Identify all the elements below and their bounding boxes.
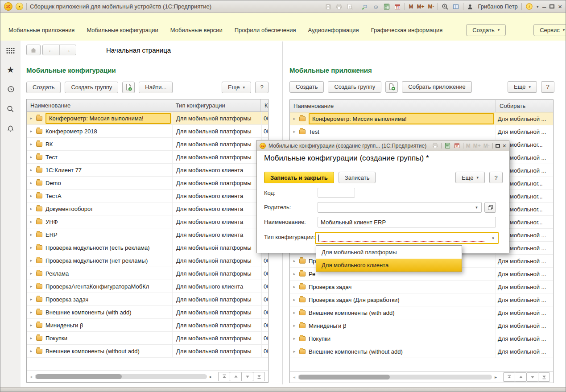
expand-arrow-icon[interactable]: ▸	[29, 116, 34, 120]
scroll-left-icon[interactable]: ◂	[293, 375, 295, 380]
maximize-button[interactable]	[496, 144, 500, 148]
go-up-button[interactable]	[230, 372, 242, 381]
table-row[interactable]: ▸Demo Для мобильной платформы 00	[27, 177, 268, 190]
sections-grid-icon[interactable]	[0, 45, 21, 57]
go-first-button[interactable]	[218, 372, 230, 381]
scrollbar-thumb[interactable]	[36, 374, 122, 379]
table-row[interactable]: ▸Проверка модульности (есть реклама) Для…	[27, 241, 268, 254]
more-button[interactable]: Еще▾	[455, 172, 485, 183]
expand-arrow-icon[interactable]: ▸	[29, 271, 34, 276]
expand-arrow-icon[interactable]: ▸	[292, 116, 297, 121]
table-row[interactable]: ▸Покупки Для мобильной ...	[290, 332, 553, 345]
minimize-button[interactable]: –	[542, 3, 546, 10]
column-header-name[interactable]: Наименование	[290, 100, 496, 112]
expand-arrow-icon[interactable]: ▸	[292, 336, 297, 341]
table-row[interactable]: ▸Конферометр 2018 Для мобильной платформ…	[27, 125, 268, 138]
more-button[interactable]: Еще▾	[222, 82, 251, 93]
calendar-icon[interactable]: 31	[454, 142, 460, 149]
more-button[interactable]: Еще▾	[508, 81, 537, 93]
zoom-icon[interactable]	[442, 3, 449, 10]
table-row[interactable]: ▸Конферометр: Миссия выполнима! Для моби…	[27, 112, 268, 125]
close-button[interactable]: ×	[558, 3, 562, 10]
go-down-button[interactable]	[526, 372, 538, 382]
table-row[interactable]: ▸Документооборот Для мобильного клиента …	[27, 202, 268, 215]
scrollbar-thumb[interactable]	[299, 375, 390, 380]
expand-arrow-icon[interactable]: ▸	[29, 232, 34, 237]
horizontal-scrollbar[interactable]	[35, 374, 207, 379]
menu-mobile-configurations[interactable]: Мобильные конфигурации	[87, 27, 158, 33]
table-row[interactable]: ▸Проверка модульности (нет рекламы) Для …	[27, 254, 268, 267]
table-row[interactable]: ▸Test Для мобильной ...	[290, 125, 553, 138]
create-group-button[interactable]: Создать группу	[328, 81, 381, 93]
expand-arrow-icon[interactable]: ▸	[29, 142, 34, 146]
parent-choose-button[interactable]	[484, 202, 496, 213]
expand-arrow-icon[interactable]: ▸	[29, 349, 34, 353]
table-row[interactable]: ▸Внешние компоненты (with add) Для мобил…	[290, 306, 553, 319]
menu-audio-information[interactable]: Аудиоинформация	[308, 27, 359, 33]
go-last-button[interactable]	[538, 372, 550, 382]
memory-button[interactable]: M	[409, 4, 413, 10]
print-icon[interactable]	[335, 3, 343, 10]
expand-arrow-icon[interactable]: ▸	[292, 272, 297, 276]
create-menu-button[interactable]: Создать▾	[466, 24, 506, 36]
expand-arrow-icon[interactable]: ▸	[29, 219, 34, 224]
save-icon[interactable]	[325, 3, 332, 10]
history-icon[interactable]	[0, 83, 21, 95]
expand-arrow-icon[interactable]: ▸	[292, 349, 297, 354]
table-row[interactable]: ▸Внешние компоненты (without add) Для мо…	[27, 345, 268, 358]
table-row[interactable]: ▸Покупки Для мобильной платформы 00	[27, 332, 268, 345]
table-row[interactable]: ▸1С:Клиент 77 Для мобильного клиента 00	[27, 164, 268, 177]
dropdown-option-client[interactable]: Для мобильного клиента	[316, 259, 462, 272]
help-button[interactable]: ?	[541, 81, 554, 93]
table-row[interactable]: ▸Тест Для мобильной платформы 00	[27, 151, 268, 164]
menu-mobile-versions[interactable]: Мобильные версии	[170, 27, 223, 33]
table-row[interactable]: ▸Проверка задач (Для разработки) Для моб…	[290, 293, 553, 306]
home-button[interactable]	[26, 45, 41, 55]
column-header-build[interactable]: Собирать	[496, 100, 553, 112]
parent-input[interactable]: ▾	[318, 202, 482, 213]
horizontal-scrollbar[interactable]	[298, 375, 492, 380]
dropdown-option-platform[interactable]: Для мобильной платформы	[316, 246, 462, 259]
table-row[interactable]: ▸Реклама Для мобильной платформы 00	[27, 267, 268, 280]
expand-arrow-icon[interactable]: ▸	[29, 336, 34, 340]
go-up-button[interactable]	[515, 372, 527, 382]
expand-arrow-icon[interactable]: ▸	[292, 323, 297, 328]
notifications-bell-icon[interactable]	[0, 123, 21, 134]
copy-item-button[interactable]	[122, 82, 135, 93]
back-button[interactable]: ←	[43, 45, 59, 55]
info-icon[interactable]: i	[525, 3, 533, 10]
memory-plus-button[interactable]: M+	[417, 4, 424, 10]
expand-arrow-icon[interactable]: ▸	[29, 181, 34, 185]
service-menu-button[interactable]: Сервис▾	[533, 24, 566, 36]
table-row[interactable]: ▸Миниденьги β Для мобильной платформы 00	[27, 319, 268, 332]
split-view-icon[interactable]	[452, 3, 459, 10]
expand-arrow-icon[interactable]: ▸	[292, 259, 297, 263]
calculator-icon[interactable]	[383, 3, 390, 10]
print-preview-icon[interactable]	[346, 3, 353, 10]
expand-arrow-icon[interactable]: ▸	[29, 310, 34, 314]
create-button[interactable]: Создать	[289, 81, 324, 93]
table-row[interactable]: ▸Проверка задач Для мобильной ...	[290, 281, 553, 293]
configuration-type-input[interactable]: ▾	[315, 232, 499, 244]
table-row[interactable]: ▸УНФ Для мобильного клиента 00	[27, 215, 268, 228]
create-button[interactable]: Создать	[26, 82, 61, 93]
code-input[interactable]	[318, 188, 355, 198]
column-header-name[interactable]: Наименование	[27, 99, 172, 111]
expand-arrow-icon[interactable]: ▸	[29, 129, 34, 133]
create-group-button[interactable]: Создать группу	[65, 82, 118, 93]
maximize-button[interactable]	[549, 4, 554, 8]
table-row[interactable]: ▸Конферометр: Миссия выполнима! Для моби…	[290, 112, 553, 125]
table-row[interactable]: ▸ПроверкаАгентаКонфигуратораМобКл Для мо…	[27, 280, 268, 293]
expand-arrow-icon[interactable]: ▸	[292, 129, 297, 134]
table-row[interactable]: ▸Миниденьги β Для мобильной ...	[290, 319, 553, 332]
scroll-right-icon[interactable]: ▸	[495, 375, 497, 380]
expand-arrow-icon[interactable]: ▸	[29, 323, 34, 327]
go-last-button[interactable]	[253, 372, 265, 381]
help-button[interactable]: ?	[255, 82, 269, 93]
expand-arrow-icon[interactable]: ▸	[292, 297, 297, 302]
calendar-icon[interactable]: 31	[394, 3, 401, 10]
expand-arrow-icon[interactable]: ▸	[29, 168, 34, 172]
table-row[interactable]: ▸ТестА Для мобильного клиента 00	[27, 190, 268, 202]
table-row[interactable]: ▸Внешние компоненты (with add) Для мобил…	[27, 306, 268, 319]
expand-arrow-icon[interactable]: ▸	[29, 245, 34, 250]
